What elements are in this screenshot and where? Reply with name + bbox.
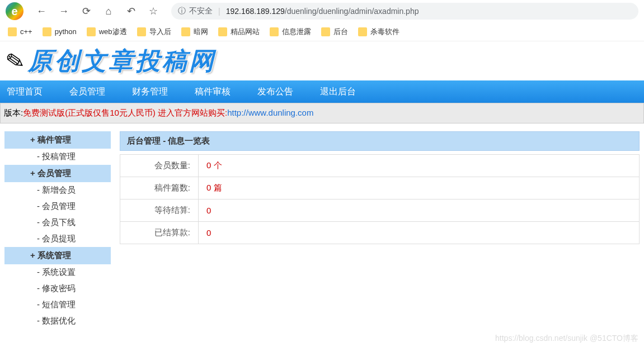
table-row: 已结算款:0 bbox=[120, 222, 640, 244]
main-nav: 管理首页会员管理财务管理稿件审核发布公告退出后台 bbox=[0, 80, 644, 103]
info-icon: ⓘ bbox=[178, 6, 186, 16]
browser-toolbar: e ← → ⟳ ⌂ ↶ ☆ ⓘ 不安全 | 192.168.189.129/du… bbox=[0, 0, 644, 22]
sidebar-item[interactable]: - 投稿管理 bbox=[4, 149, 111, 165]
nav-link[interactable]: 管理首页 bbox=[7, 86, 43, 98]
chrome-icon: e bbox=[6, 2, 23, 20]
info-label: 已结算款: bbox=[120, 222, 199, 244]
url-path: /duenling/duenling/admin/axadmin.php bbox=[285, 7, 419, 16]
version-note: 免费测试版(正式版仅售10元人民币) 进入官方网站购买: bbox=[23, 108, 227, 117]
bookmark-label: web渗透 bbox=[99, 27, 127, 37]
bookmark-label: 精品网站 bbox=[231, 27, 260, 37]
sidebar-section-head[interactable]: + 稿件管理 bbox=[4, 131, 111, 149]
version-prefix: 版本: bbox=[4, 108, 23, 117]
nav-link[interactable]: 财务管理 bbox=[132, 86, 168, 98]
back-button[interactable]: ← bbox=[34, 3, 49, 19]
site-logo-text: 原创文章投稿网 bbox=[28, 45, 216, 78]
sidebar-item[interactable]: - 修改密码 bbox=[4, 281, 111, 297]
sidebar-item[interactable]: - 会员管理 bbox=[4, 198, 111, 215]
home-button[interactable]: ⌂ bbox=[101, 3, 116, 19]
info-table: 会员数量:0 个稿件篇数:0 篇等待结算:0已结算款:0 bbox=[120, 154, 640, 244]
url-host: 192.168.189.129 bbox=[226, 7, 285, 16]
address-bar[interactable]: ⓘ 不安全 | 192.168.189.129/duenling/duenlin… bbox=[171, 3, 638, 20]
info-label: 稿件篇数: bbox=[120, 177, 199, 199]
bookmark-label: 杀毒软件 bbox=[370, 27, 399, 37]
undo-button[interactable]: ↶ bbox=[123, 3, 139, 19]
folder-icon bbox=[181, 27, 190, 36]
table-row: 等待结算:0 bbox=[120, 199, 640, 222]
sidebar-item[interactable]: - 短信管理 bbox=[4, 297, 111, 313]
nav-link[interactable]: 稿件审核 bbox=[195, 86, 231, 98]
sidebar-section-head[interactable]: + 系统管理 bbox=[4, 247, 111, 264]
favorite-button[interactable]: ☆ bbox=[145, 3, 161, 19]
folder-icon bbox=[270, 27, 279, 36]
version-bar: 版本:免费测试版(正式版仅售10元人民币) 进入官方网站购买:http://ww… bbox=[0, 103, 644, 123]
bookmark-label: 暗网 bbox=[194, 27, 208, 37]
bookmark-label: 后台 bbox=[333, 27, 348, 37]
sidebar-item[interactable]: - 会员提现 bbox=[4, 231, 111, 247]
logo-area: ✎ 原创文章投稿网 bbox=[0, 41, 644, 80]
separator: | bbox=[218, 7, 220, 16]
info-value: 0 bbox=[199, 222, 640, 244]
bookmark-item[interactable]: 导入后 bbox=[137, 27, 171, 37]
folder-icon bbox=[8, 27, 17, 36]
info-value: 0 篇 bbox=[199, 177, 640, 199]
sidebar-item[interactable]: - 系统设置 bbox=[4, 264, 111, 281]
info-label: 会员数量: bbox=[120, 155, 199, 177]
sidebar-item[interactable]: - 会员下线 bbox=[4, 215, 111, 231]
info-label: 等待结算: bbox=[120, 199, 199, 222]
table-row: 会员数量:0 个 bbox=[120, 155, 640, 177]
sidebar-item[interactable]: - 数据优化 bbox=[4, 313, 111, 329]
pen-icon: ✎ bbox=[3, 46, 26, 75]
bookmark-item[interactable]: 杀毒软件 bbox=[358, 27, 399, 37]
folder-icon bbox=[137, 27, 146, 36]
bookmark-item[interactable]: 后台 bbox=[321, 27, 348, 37]
folder-icon bbox=[321, 27, 330, 36]
nav-link[interactable]: 发布公告 bbox=[257, 86, 293, 98]
bookmark-item[interactable]: 暗网 bbox=[181, 27, 208, 37]
table-row: 稿件篇数:0 篇 bbox=[120, 177, 640, 199]
sidebar: + 稿件管理- 投稿管理+ 会员管理- 新增会员- 会员管理- 会员下线- 会员… bbox=[4, 131, 111, 329]
panel-title: 后台管理 - 信息一览表 bbox=[120, 131, 640, 151]
bookmark-item[interactable]: 信息泄露 bbox=[270, 27, 311, 37]
bookmark-label: 信息泄露 bbox=[282, 27, 311, 37]
folder-icon bbox=[218, 27, 227, 36]
bookmark-item[interactable]: python bbox=[43, 27, 77, 36]
bookmark-label: 导入后 bbox=[149, 27, 171, 37]
bookmark-label: c++ bbox=[20, 27, 32, 36]
bookmark-item[interactable]: c++ bbox=[8, 27, 32, 36]
sidebar-section-head[interactable]: + 会员管理 bbox=[4, 165, 111, 182]
bookmark-item[interactable]: 精品网站 bbox=[218, 27, 260, 37]
folder-icon bbox=[358, 27, 367, 36]
sidebar-item[interactable]: - 新增会员 bbox=[4, 182, 111, 198]
official-link[interactable]: http://www.dunling.com bbox=[227, 108, 313, 117]
security-label: 不安全 bbox=[189, 6, 213, 16]
bookmarks-bar: c++pythonweb渗透导入后暗网精品网站信息泄露后台杀毒软件 bbox=[0, 22, 644, 41]
bookmark-item[interactable]: web渗透 bbox=[87, 27, 127, 37]
main-panel: 后台管理 - 信息一览表 会员数量:0 个稿件篇数:0 篇等待结算:0已结算款:… bbox=[120, 131, 640, 329]
nav-link[interactable]: 退出后台 bbox=[320, 86, 356, 98]
nav-link[interactable]: 会员管理 bbox=[69, 86, 105, 98]
folder-icon bbox=[87, 27, 96, 36]
bookmark-label: python bbox=[55, 27, 77, 36]
reload-button[interactable]: ⟳ bbox=[78, 3, 94, 19]
info-value: 0 个 bbox=[199, 155, 640, 177]
content-area: + 稿件管理- 投稿管理+ 会员管理- 新增会员- 会员管理- 会员下线- 会员… bbox=[0, 131, 644, 329]
forward-button[interactable]: → bbox=[56, 3, 72, 19]
info-value: 0 bbox=[199, 199, 640, 222]
folder-icon bbox=[43, 27, 51, 36]
